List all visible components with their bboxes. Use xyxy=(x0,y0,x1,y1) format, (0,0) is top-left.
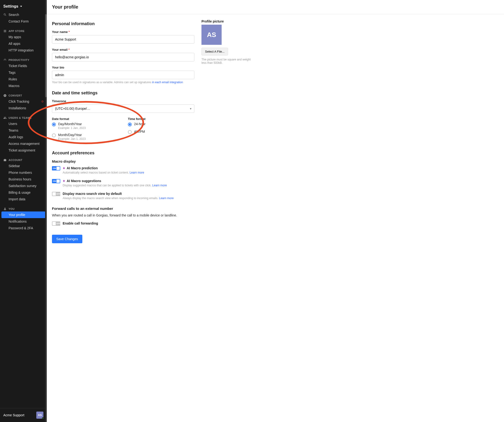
name-input[interactable] xyxy=(52,35,194,44)
sidebar-item-your-profile[interactable]: Your profile xyxy=(1,211,45,218)
person-icon xyxy=(3,207,7,211)
sidebar-item-all-apps[interactable]: All apps xyxy=(0,40,47,47)
time-format-label: Time format xyxy=(128,117,194,121)
sidebar-item-installations[interactable]: Installations xyxy=(0,105,47,111)
sidebar-item-label: Sidebar xyxy=(9,164,20,168)
learn-more-link[interactable]: Learn more xyxy=(159,197,174,200)
toggle-macro-search-default[interactable]: OFF xyxy=(52,192,60,196)
sidebar-item-label: Access management xyxy=(9,142,40,146)
profile-picture-avatar: AS xyxy=(201,25,222,45)
sidebar-item-ticket-fields[interactable]: Ticket Fields xyxy=(0,63,47,69)
select-file-button[interactable]: Select A File... xyxy=(201,48,228,55)
date-format-mdy[interactable]: Month/Day/Year Example: Jan 1, 2023 xyxy=(52,133,118,141)
toggle-ai-macro-suggestions[interactable]: ON xyxy=(52,179,60,183)
sidebar-item-rules[interactable]: Rules xyxy=(0,76,47,82)
scrollbar-thumb[interactable] xyxy=(45,14,47,97)
sidebar-item-http-integration[interactable]: HTTP integration xyxy=(0,47,47,53)
sidebar-item-click-tracking[interactable]: Click Tracking ! xyxy=(0,98,47,105)
sidebar-item-label: Phone numbers xyxy=(9,171,32,175)
sidebar-item-users[interactable]: Users xyxy=(0,120,47,127)
sidebar-section-convert: $ CONVERT xyxy=(0,93,47,98)
sidebar-section-label-text: YOU xyxy=(9,207,14,210)
macro-display-heading: Macro display xyxy=(52,159,194,163)
toggle-call-forwarding[interactable]: OFF xyxy=(52,222,60,226)
sidebar-item-password-2fa[interactable]: Password & 2FA xyxy=(0,225,47,231)
sidebar-item-label: Audit logs xyxy=(9,135,23,139)
profile-picture-hint: The picture must be square and weight le… xyxy=(201,58,254,64)
sidebar-item-satisfaction-survey[interactable]: Satisfaction survey xyxy=(0,182,47,189)
bio-input[interactable] xyxy=(52,71,194,79)
save-changes-button[interactable]: Save Changes xyxy=(52,235,82,243)
dollar-icon: $ xyxy=(3,94,7,97)
sidebar-item-label: Tags xyxy=(9,71,16,74)
forward-calls-heading: Forward calls to an external number xyxy=(52,206,194,211)
sidebar-section-you: YOU xyxy=(0,206,47,211)
email-input[interactable] xyxy=(52,53,194,61)
profile-picture-heading: Profile picture xyxy=(201,19,254,23)
toggle-desc: Automatically select macros based on tic… xyxy=(63,171,194,174)
sidebar-item-label: Import data xyxy=(9,197,25,201)
date-format-label: Date format xyxy=(52,117,118,121)
timezone-select[interactable] xyxy=(52,104,194,113)
svg-text:$: $ xyxy=(5,95,6,96)
sidebar-item-business-hours[interactable]: Business hours xyxy=(0,176,47,182)
sidebar-item-audit-logs[interactable]: Audit logs xyxy=(0,134,47,140)
sidebar-title[interactable]: Settings xyxy=(0,0,47,11)
sidebar-section-label-text: CONVERT xyxy=(9,94,22,97)
radio-icon xyxy=(52,123,56,126)
sidebar-item-billing-usage[interactable]: Billing & usage xyxy=(0,189,47,196)
sidebar-item-macros[interactable]: Macros xyxy=(0,82,47,89)
sidebar-item-access-management[interactable]: Access management xyxy=(0,140,47,147)
sidebar-item-sidebar[interactable]: Sidebar xyxy=(0,163,47,169)
sidebar-title-text: Settings xyxy=(3,4,18,9)
toggle-title: Enable call forwarding xyxy=(63,222,194,225)
sidebar-section-app-store: APP STORE xyxy=(0,29,47,34)
search-icon xyxy=(3,13,7,16)
sidebar-item-label: Billing & usage xyxy=(9,191,31,194)
sidebar-item-phone-numbers[interactable]: Phone numbers xyxy=(0,169,47,176)
radio-label: AM/PM xyxy=(134,130,145,134)
time-format-ampm[interactable]: AM/PM xyxy=(128,130,194,134)
bio-hint: Your bio can be used in signatures as a … xyxy=(52,81,194,84)
sidebar-item-ticket-assignment[interactable]: Ticket assignment xyxy=(0,147,47,154)
sidebar-item-teams[interactable]: Teams xyxy=(0,127,47,134)
sidebar-item-label: Ticket Fields xyxy=(9,64,27,68)
toggle-title: ✦ AI Macro prediction xyxy=(63,166,194,170)
page-title: Your profile xyxy=(52,4,499,10)
sidebar-item-search[interactable]: Search xyxy=(0,11,47,18)
topbar: Your profile xyxy=(47,0,504,14)
time-format-24h[interactable]: 24-hour xyxy=(128,122,194,126)
sidebar-item-label: Ticket assignment xyxy=(9,148,35,152)
sidebar-item-notifications[interactable]: Notifications xyxy=(0,218,47,225)
toggle-ai-macro-prediction[interactable]: ON xyxy=(52,166,60,170)
sidebar: Settings Search Contact Form APP STORE M… xyxy=(0,0,47,422)
date-format-dmy[interactable]: Day/Month/Year Example: 1 Jan, 2023 xyxy=(52,122,118,130)
sidebar-item-label: Password & 2FA xyxy=(9,226,33,230)
profile-picture-initials: AS xyxy=(207,31,216,39)
sidebar-item-label: Macros xyxy=(9,84,19,88)
org-name: Acme Support xyxy=(3,413,24,417)
sidebar-item-label: Search xyxy=(9,13,19,17)
sidebar-item-label: Rules xyxy=(9,77,17,81)
sidebar-section-label-text: USERS & TEAMS xyxy=(9,116,31,119)
sidebar-item-label: Your profile xyxy=(9,213,25,217)
sidebar-section-label-text: PRODUCTIVITY xyxy=(9,59,30,61)
sidebar-item-tags[interactable]: Tags xyxy=(0,69,47,76)
bio-hint-link[interactable]: in each email integration xyxy=(152,81,183,84)
sidebar-footer[interactable]: Acme Support AS xyxy=(0,408,47,422)
toggle-title: Display macro search view by default xyxy=(63,192,194,196)
sparkle-icon: ✦ xyxy=(63,179,65,183)
name-label: Your name * xyxy=(52,30,194,34)
sidebar-section-account: ACCOUNT xyxy=(0,158,47,163)
sidebar-item-contact-form[interactable]: Contact Form xyxy=(0,18,47,25)
email-label: Your email * xyxy=(52,48,194,52)
required-marker: * xyxy=(69,30,70,34)
sidebar-item-my-apps[interactable]: My apps xyxy=(0,34,47,40)
learn-more-link[interactable]: Learn more xyxy=(130,171,144,174)
sidebar-section-label-text: ACCOUNT xyxy=(9,158,23,161)
radio-example: Example: 1 Jan, 2023 xyxy=(58,126,86,130)
learn-more-link[interactable]: Learn more xyxy=(152,184,167,187)
sidebar-section-productivity: PRODUCTIVITY xyxy=(0,57,47,63)
alert-badge-icon: ! xyxy=(42,100,43,102)
sidebar-item-import-data[interactable]: Import data xyxy=(0,196,47,202)
